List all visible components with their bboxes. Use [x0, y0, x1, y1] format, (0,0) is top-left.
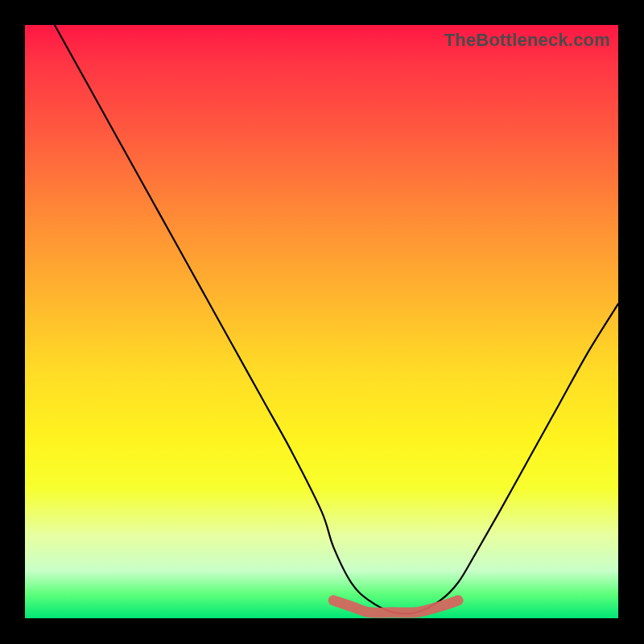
bottleneck-curve [55, 25, 618, 613]
curve-svg [25, 25, 618, 618]
chart-frame: TheBottleneck.com [0, 0, 644, 644]
plot-area: TheBottleneck.com [25, 25, 618, 618]
valley-highlight [333, 601, 458, 613]
